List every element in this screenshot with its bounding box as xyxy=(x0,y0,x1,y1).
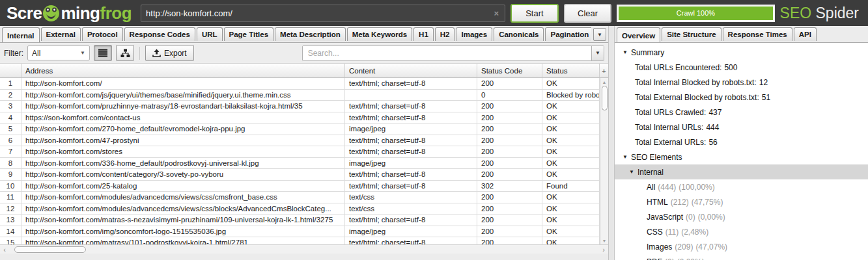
tree-count: (0) xyxy=(686,213,695,222)
scroll-right-icon[interactable]: › xyxy=(599,246,608,254)
content-cell: text/css xyxy=(345,203,477,215)
content-cell: text/html; charset=utf-8 xyxy=(345,101,477,112)
horizontal-scrollbar-thumb[interactable] xyxy=(14,246,86,253)
export-button[interactable]: Export xyxy=(145,45,194,61)
tree-label: Total Internal URLs: xyxy=(635,123,703,132)
status-cell: Blocked by robots.txt xyxy=(542,90,600,101)
vertical-scrollbar-thumb[interactable] xyxy=(602,86,608,110)
tree-value: 12 xyxy=(759,78,768,87)
content-cell xyxy=(345,90,477,101)
tab-overflow-button[interactable]: ▼ xyxy=(593,28,606,41)
horizontal-scrollbar[interactable]: ‹ › xyxy=(0,244,608,254)
table-row[interactable]: 4https://son-komfort.com/contact-ustext/… xyxy=(0,112,600,124)
search-input[interactable] xyxy=(303,46,591,60)
scroll-down-icon[interactable]: ▼ xyxy=(602,237,607,244)
status-code-cell: 200 xyxy=(477,78,542,90)
table-row[interactable]: 6http://son-komfort.com/47-prostynitext/… xyxy=(0,135,600,147)
tab-url[interactable]: URL xyxy=(197,27,223,41)
column-header-address[interactable]: Address xyxy=(21,64,345,77)
tab-h2[interactable]: H2 xyxy=(435,27,455,41)
status-cell: OK xyxy=(542,192,600,203)
tree-group-internal[interactable]: ▼Internal xyxy=(615,164,868,179)
tab-meta-description[interactable]: Meta Description xyxy=(275,27,346,41)
address-cell: http://son-komfort.com/matrasy/101-podro… xyxy=(21,237,345,244)
tab-protocol[interactable]: Protocol xyxy=(82,27,123,41)
status-code-cell: 200 xyxy=(477,135,542,147)
tree-group-seo-elements[interactable]: ▼SEO Elements xyxy=(615,150,868,164)
list-view-button[interactable] xyxy=(94,45,112,61)
status-cell: OK xyxy=(542,169,600,181)
tab-response-times[interactable]: Response Times xyxy=(723,27,792,41)
tab-meta-keywords[interactable]: Meta Keywords xyxy=(347,27,412,41)
clear-url-icon[interactable]: × xyxy=(492,8,500,18)
tree-label: Images xyxy=(647,242,672,252)
tab-label: Response Codes xyxy=(130,31,190,38)
scroll-left-icon[interactable]: ‹ xyxy=(0,246,9,254)
column-header-status-code[interactable]: Status Code xyxy=(477,64,542,77)
table-row[interactable]: 5http://son-komfort.com/270-home_default… xyxy=(0,124,600,135)
tree-group-summary[interactable]: ▼Summary xyxy=(615,45,868,60)
tab-site-structure[interactable]: Site Structure xyxy=(662,27,721,41)
column-header-rownum xyxy=(0,64,21,77)
tree-item-all[interactable]: All(444)(100,00%) xyxy=(615,179,868,194)
topbar: Scre mingfrog × Start Clear Crawl 100% S… xyxy=(0,0,868,26)
tree-item-total-external-urls[interactable]: Total External URLs:56 xyxy=(615,135,868,150)
status-code-cell: 200 xyxy=(477,226,542,238)
table-row[interactable]: 3http://son-komfort.com/pruzhinnye-matra… xyxy=(0,101,600,112)
tab-api[interactable]: API xyxy=(794,27,817,41)
tree-item-total-urls-encountered[interactable]: Total URLs Encountered:500 xyxy=(615,60,868,75)
tab-label: Page Titles xyxy=(229,31,269,38)
tab-canonicals[interactable]: Canonicals xyxy=(494,27,544,41)
start-button[interactable]: Start xyxy=(511,4,559,23)
tab-pagination[interactable]: Pagination xyxy=(545,27,591,41)
tree-label: Internal xyxy=(637,168,664,177)
table-row[interactable]: 7http://son-komfort.com/storestext/html;… xyxy=(0,146,600,158)
tree-view-button[interactable] xyxy=(116,45,134,61)
tree-percentage: (0,00%) xyxy=(698,213,725,222)
scroll-up-icon[interactable]: ▲ xyxy=(602,78,607,86)
table-row[interactable]: 1http://son-komfort.com/text/html; chars… xyxy=(0,78,600,90)
tree-item-pdf[interactable]: PDF(0)(0,00%) xyxy=(615,254,868,260)
tree-item-total-internal-blocked-by-robots-txt[interactable]: Total Internal Blocked by robots.txt:12 xyxy=(615,75,868,90)
tab-internal[interactable]: Internal xyxy=(2,27,40,42)
row-number-cell: 5 xyxy=(0,124,21,135)
tree-item-css[interactable]: CSS(11)(2,48%) xyxy=(615,224,868,239)
row-number-cell: 2 xyxy=(0,90,21,101)
tree-item-total-internal-urls[interactable]: Total Internal URLs:444 xyxy=(615,120,868,135)
tab-label: Response Times xyxy=(728,31,787,38)
tree-item-images[interactable]: Images(209)(47,07%) xyxy=(615,239,868,254)
add-column-button[interactable]: + xyxy=(600,64,608,77)
vertical-scrollbar[interactable]: ▲ ▼ xyxy=(600,78,608,244)
app-logo: Scre mingfrog xyxy=(7,3,132,23)
tree-item-total-external-blocked-by-robots-txt[interactable]: Total External Blocked by robots.txt:51 xyxy=(615,90,868,105)
row-number-cell: 9 xyxy=(0,169,21,181)
tree-item-total-urls-crawled[interactable]: Total URLs Crawled:437 xyxy=(615,105,868,120)
table-row[interactable]: 14http://son-komfort.com/img/soncomfort-… xyxy=(0,226,600,238)
tree-item-javascript[interactable]: JavaScript(0)(0,00%) xyxy=(615,209,868,224)
column-header-status[interactable]: Status xyxy=(542,64,600,77)
tab-page-titles[interactable]: Page Titles xyxy=(224,27,274,41)
tab-images[interactable]: Images xyxy=(456,27,492,41)
table-row[interactable]: 9http://son-komfort.com/content/category… xyxy=(0,169,600,181)
tree-item-html[interactable]: HTML(212)(47,75%) xyxy=(615,194,868,209)
url-input[interactable] xyxy=(146,8,492,18)
table-row[interactable]: 13http://son-komfort.com/matras-s-nezavi… xyxy=(0,214,600,226)
table-row[interactable]: 12http://son-komfort.com/modules/advance… xyxy=(0,203,600,215)
filter-dropdown[interactable]: All ▼ xyxy=(27,46,90,60)
list-view-icon xyxy=(98,49,107,57)
tab-overview[interactable]: Overview xyxy=(617,27,660,42)
tab-external[interactable]: External xyxy=(41,27,81,41)
table-row[interactable]: 10http://son-komfort.com/25-katalogtext/… xyxy=(0,181,600,192)
table-row[interactable]: 11http://son-komfort.com/modules/advance… xyxy=(0,192,600,203)
search-dropdown-button[interactable]: ▼ xyxy=(591,46,604,60)
table-row[interactable]: 2http://son-komfort.com/js/jquery/ui/the… xyxy=(0,90,600,101)
tab-h1[interactable]: H1 xyxy=(413,27,434,41)
tab-response-codes[interactable]: Response Codes xyxy=(124,27,195,41)
column-header-content[interactable]: Content xyxy=(345,64,477,77)
panel-splitter[interactable] xyxy=(608,26,615,260)
table-row[interactable]: 8http://son-komfort.com/336-home_default… xyxy=(0,158,600,170)
tree-value: 500 xyxy=(724,63,737,72)
clear-button[interactable]: Clear xyxy=(564,4,612,23)
tree-label: Total External URLs: xyxy=(635,138,706,147)
table-row[interactable]: 15http://son-komfort.com/matrasy/101-pod… xyxy=(0,237,600,244)
